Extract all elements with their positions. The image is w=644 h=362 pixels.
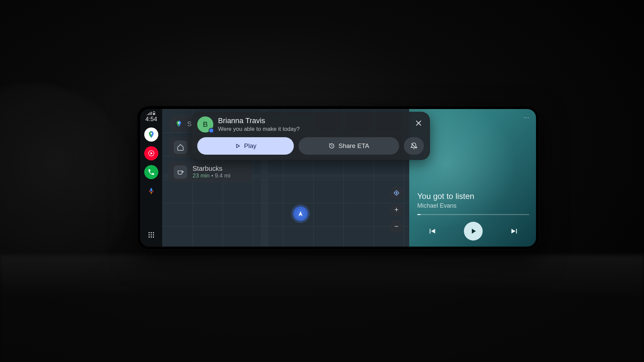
clock: 4:54	[145, 116, 157, 123]
svg-point-15	[153, 237, 154, 238]
maps-pin-icon	[175, 120, 182, 127]
media-progress-fill	[417, 214, 421, 215]
sidebar-app-phone[interactable]	[144, 165, 158, 179]
map-controls: + −	[390, 186, 403, 233]
media-artist: Michael Evans	[417, 202, 529, 209]
media-track-title: You got to listen	[417, 192, 529, 201]
svg-point-10	[149, 234, 150, 236]
svg-point-7	[149, 232, 150, 234]
coffee-icon	[174, 165, 187, 179]
infotainment-device: 4:54 Se	[137, 106, 539, 250]
share-eta-label: Share ETA	[338, 142, 369, 150]
destination-card-starbucks[interactable]: Starbucks 23 min • 9.4 mi	[168, 161, 252, 183]
bell-off-icon	[410, 142, 418, 150]
play-button[interactable]	[464, 222, 483, 241]
recenter-button[interactable]	[390, 186, 403, 200]
svg-point-3	[151, 133, 152, 135]
maps-icon	[147, 131, 155, 139]
navigation-arrow-icon	[297, 210, 304, 217]
skip-previous-icon	[427, 226, 437, 236]
svg-rect-2	[153, 113, 155, 115]
close-button[interactable]	[413, 118, 424, 128]
destination-title: Starbucks	[193, 165, 230, 172]
signal-icon	[147, 112, 152, 115]
media-controls	[417, 222, 529, 241]
zoom-in-button[interactable]: +	[390, 203, 403, 216]
sidebar-assistant[interactable]	[144, 184, 158, 198]
svg-point-12	[153, 234, 154, 236]
zoom-out-button[interactable]: −	[390, 220, 403, 233]
next-track-button[interactable]	[510, 226, 519, 236]
destination-distance: 9.4 mi	[215, 172, 230, 179]
play-message-button[interactable]: Play	[197, 137, 294, 155]
youtube-music-icon	[147, 149, 155, 157]
play-message-label: Play	[244, 142, 257, 150]
status-bar: 4:54	[145, 111, 157, 123]
sidebar-app-youtube-music[interactable]	[144, 146, 158, 160]
message-notification: B Brianna Travis Were you able to make i…	[191, 112, 430, 160]
media-menu-button[interactable]: ⋯	[523, 114, 530, 121]
avatar-initial: B	[203, 120, 208, 129]
mic-icon	[148, 187, 155, 195]
messaging-app-badge-icon	[209, 128, 214, 133]
play-icon	[469, 227, 478, 236]
phone-icon	[148, 168, 155, 176]
svg-point-18	[396, 192, 397, 193]
sidebar-app-launcher[interactable]	[144, 228, 158, 242]
svg-rect-1	[154, 111, 154, 112]
home-icon	[174, 141, 187, 154]
svg-point-8	[151, 232, 152, 234]
apps-grid-icon	[148, 231, 155, 239]
destination-eta: 23 min	[193, 172, 210, 179]
share-eta-button[interactable]: Share ETA	[299, 137, 399, 155]
screen: 4:54 Se	[140, 109, 536, 247]
crosshair-icon	[393, 190, 400, 196]
status-icons	[147, 111, 155, 115]
media-progress-bar[interactable]	[417, 214, 529, 215]
separator: •	[210, 172, 215, 179]
play-outline-icon	[235, 143, 241, 149]
sidebar-app-maps[interactable]	[144, 127, 158, 142]
close-icon	[415, 119, 422, 127]
svg-point-14	[151, 237, 152, 238]
svg-point-9	[153, 232, 154, 234]
svg-point-11	[151, 234, 152, 236]
car-interior-dash	[0, 255, 644, 362]
svg-point-16	[178, 122, 180, 124]
clock-update-icon	[328, 143, 335, 149]
current-location-puck	[293, 206, 308, 221]
svg-point-13	[149, 237, 150, 238]
battery-icon	[153, 111, 155, 115]
skip-next-icon	[510, 226, 519, 236]
avatar: B	[197, 116, 213, 133]
notification-sender: Brianna Travis	[218, 116, 409, 125]
notification-actions: Play Share ETA	[197, 137, 424, 155]
notification-message: Were you able to make it today?	[218, 126, 409, 133]
svg-rect-5	[150, 188, 152, 192]
mute-notifications-button[interactable]	[404, 137, 424, 155]
notification-header: B Brianna Travis Were you able to make i…	[197, 116, 424, 133]
previous-track-button[interactable]	[427, 226, 437, 236]
sidebar: 4:54	[140, 109, 162, 247]
